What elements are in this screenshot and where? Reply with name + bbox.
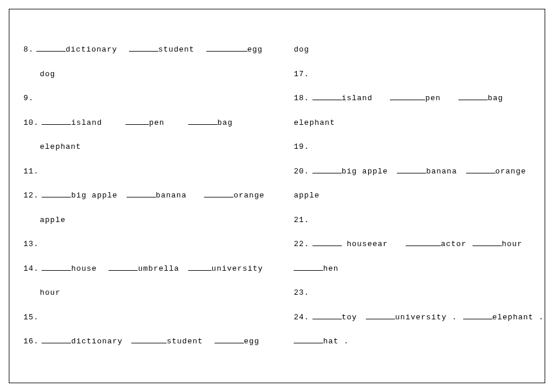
word-text: dog	[294, 45, 309, 54]
exercise-line: 20.big applebananaorange	[294, 166, 543, 178]
exercise-line: hen	[294, 263, 543, 275]
line-number: 20.	[294, 166, 309, 178]
word-text: egg	[244, 337, 259, 346]
word-text: pen	[425, 94, 440, 103]
line-number: 19.	[294, 141, 309, 153]
fill-blank[interactable]	[188, 264, 212, 271]
word-text: elephant .	[492, 313, 544, 322]
fill-blank[interactable]	[312, 239, 342, 246]
word-text: hour	[502, 240, 522, 248]
fill-blank[interactable]	[458, 93, 488, 100]
word-text: dictionary	[71, 337, 123, 346]
fill-blank[interactable]	[131, 336, 166, 343]
exercise-line: 16.dictionarystudentegg	[23, 336, 264, 347]
exercise-line: 13.	[23, 238, 264, 250]
word-text: big apple	[71, 191, 117, 200]
line-number: 8.	[23, 44, 36, 56]
word-text: orange	[233, 191, 264, 200]
word-text: student	[158, 45, 195, 54]
left-column: 8. dictionarystudenteggdog9. 10.islandpe…	[9, 9, 279, 383]
fill-blank[interactable]	[206, 45, 247, 52]
word-text: house	[71, 264, 97, 273]
word-text: hat .	[323, 337, 349, 346]
fill-blank[interactable]	[312, 93, 342, 100]
word-text: hen	[323, 264, 338, 273]
fill-blank[interactable]	[42, 336, 71, 343]
line-number: 16.	[23, 336, 39, 347]
fill-blank[interactable]	[125, 118, 149, 125]
line-number: 17.	[294, 69, 309, 80]
fill-blank[interactable]	[312, 166, 342, 173]
line-number: 11.	[23, 166, 39, 178]
line-number: 22.	[294, 238, 309, 250]
fill-blank[interactable]	[36, 45, 66, 52]
fill-blank[interactable]	[42, 118, 71, 125]
page-content: 8. dictionarystudenteggdog9. 10.islandpe…	[9, 9, 545, 383]
exercise-line: elephant	[294, 117, 543, 129]
exercise-line: 23.	[294, 287, 543, 299]
line-number: 24.	[294, 312, 309, 323]
fill-blank[interactable]	[473, 239, 502, 246]
fill-blank[interactable]	[108, 264, 138, 271]
fill-blank[interactable]	[406, 239, 441, 246]
word-text: apple	[294, 191, 320, 200]
word-text: island	[342, 94, 373, 103]
fill-blank[interactable]	[204, 190, 233, 197]
fill-blank[interactable]	[127, 190, 156, 197]
word-text: houseear	[342, 240, 388, 248]
word-text: actor	[441, 240, 467, 248]
word-text: island	[71, 118, 102, 127]
line-number: 13.	[23, 238, 39, 250]
line-number: 21.	[294, 214, 309, 226]
fill-blank[interactable]	[129, 45, 158, 52]
exercise-line: elephant	[23, 141, 264, 153]
word-text: apple	[40, 216, 66, 224]
fill-blank[interactable]	[42, 190, 71, 197]
word-text: dictionary	[66, 45, 117, 54]
fill-blank[interactable]	[466, 166, 495, 173]
exercise-line: 12.big applebananaorange	[23, 190, 264, 202]
fill-blank[interactable]	[463, 312, 492, 319]
word-text: student	[166, 337, 203, 346]
exercise-line: 10.islandpenbag	[23, 117, 264, 129]
exercise-line: 18.islandpenbag	[294, 93, 543, 104]
word-text: orange	[495, 167, 526, 176]
line-number: 18.	[294, 93, 309, 104]
fill-blank[interactable]	[397, 166, 426, 173]
fill-blank[interactable]	[294, 336, 323, 343]
exercise-line: 22. houseearactorhour	[294, 238, 543, 250]
word-text: egg	[247, 45, 263, 54]
exercise-line: 9.	[23, 93, 264, 104]
word-text: banana	[156, 191, 187, 200]
exercise-line: 11.	[23, 166, 264, 178]
word-text: toy	[342, 313, 357, 322]
word-text: pen	[149, 118, 164, 127]
fill-blank[interactable]	[188, 118, 217, 125]
exercise-line: 19.	[294, 141, 543, 153]
line-number: 9.	[23, 93, 36, 104]
line-number: 15.	[23, 312, 39, 323]
exercise-line: hour	[23, 287, 264, 299]
word-text: hour	[40, 288, 60, 297]
fill-blank[interactable]	[390, 93, 425, 100]
word-text: umbrella	[138, 264, 179, 273]
fill-blank[interactable]	[42, 264, 71, 271]
line-number: 14.	[23, 263, 39, 275]
line-number: 23.	[294, 287, 309, 299]
word-text: banana	[426, 167, 457, 176]
exercise-line: hat .	[294, 336, 543, 347]
fill-blank[interactable]	[312, 312, 342, 319]
exercise-line: 24.toyuniversity .elephant .	[294, 312, 543, 323]
exercise-line: dog	[294, 44, 543, 56]
fill-blank[interactable]	[294, 264, 323, 271]
fill-blank[interactable]	[215, 336, 244, 343]
fill-blank[interactable]	[366, 312, 395, 319]
word-text: elephant	[40, 142, 81, 151]
exercise-line: apple	[294, 190, 543, 202]
word-text: bag	[217, 118, 233, 127]
word-text: university .	[395, 313, 457, 322]
exercise-line: 8. dictionarystudentegg	[23, 44, 264, 56]
exercise-line: apple	[23, 214, 264, 226]
line-number: 10.	[23, 117, 39, 129]
word-text: bag	[488, 94, 503, 103]
